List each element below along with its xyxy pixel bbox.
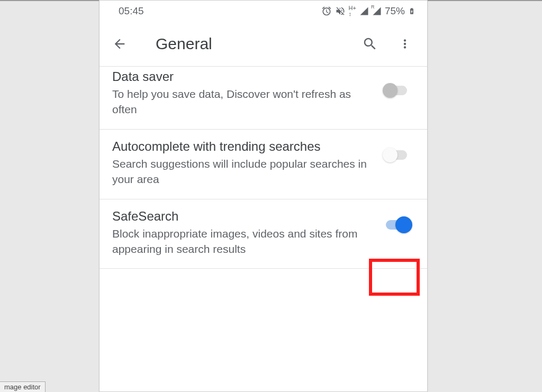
status-indicators: H+↕ R 75% bbox=[321, 5, 415, 17]
setting-description: Block inappropriate images, videos and s… bbox=[112, 226, 372, 257]
setting-autocomplete[interactable]: Autocomplete with trending searches Sear… bbox=[100, 130, 427, 199]
phone-frame: 05:45 H+↕ R 75% General bbox=[99, 0, 428, 392]
signal-icon bbox=[359, 6, 369, 16]
arrow-left-icon bbox=[112, 37, 127, 51]
setting-title: SafeSearch bbox=[112, 209, 372, 224]
page-title: General bbox=[140, 35, 348, 53]
editor-tab-label: mage editor bbox=[0, 381, 46, 392]
more-vert-icon bbox=[398, 37, 412, 51]
signal-roaming-icon: R bbox=[372, 6, 382, 16]
setting-description: To help you save data, Discover won't re… bbox=[112, 86, 372, 117]
battery-charging-icon bbox=[408, 6, 415, 16]
setting-title: Data saver bbox=[112, 69, 372, 84]
annotation-highlight bbox=[369, 259, 420, 296]
search-icon bbox=[362, 36, 378, 52]
back-button[interactable] bbox=[109, 33, 130, 54]
alarm-icon bbox=[321, 6, 332, 16]
status-bar: 05:45 H+↕ R 75% bbox=[100, 1, 427, 22]
setting-description: Search suggestions will include popular … bbox=[112, 156, 372, 187]
search-button[interactable] bbox=[357, 31, 383, 57]
setting-title: Autocomplete with trending searches bbox=[112, 139, 372, 154]
app-bar: General bbox=[100, 22, 427, 67]
toggle-autocomplete[interactable] bbox=[383, 148, 410, 162]
toggle-data-saver[interactable] bbox=[383, 83, 410, 98]
mute-icon bbox=[335, 6, 346, 16]
network-icon: H+↕ bbox=[349, 5, 356, 17]
status-time: 05:45 bbox=[119, 5, 144, 17]
battery-percent: 75% bbox=[385, 5, 405, 17]
settings-list: Data saver To help you save data, Discov… bbox=[100, 67, 427, 269]
toggle-safesearch[interactable] bbox=[383, 217, 410, 232]
more-button[interactable] bbox=[392, 31, 418, 57]
setting-data-saver[interactable]: Data saver To help you save data, Discov… bbox=[100, 75, 427, 130]
